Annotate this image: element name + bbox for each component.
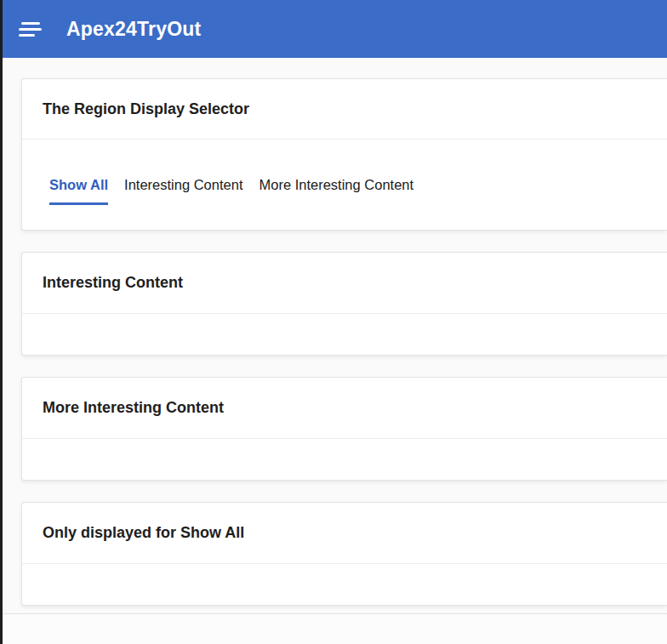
region-more-interesting-content: More Interesting Content [21, 377, 667, 481]
menu-button[interactable] [19, 16, 44, 42]
region-body [22, 314, 667, 355]
region-title: The Region Display Selector [43, 100, 249, 118]
page-content: The Region Display Selector Show All Int… [0, 58, 667, 606]
tab-show-all[interactable]: Show All [49, 177, 108, 205]
page-footer [0, 613, 667, 644]
app-header: Apex24TryOut [0, 0, 667, 58]
region-title-bar: More Interesting Content [22, 378, 667, 439]
tab-more-interesting-content[interactable]: More Interesting Content [259, 177, 413, 205]
region-body [22, 439, 667, 480]
left-edge-strip [0, 0, 3, 644]
region-title-bar: Only displayed for Show All [22, 503, 667, 564]
app-title: Apex24TryOut [66, 18, 201, 41]
region-title: More Interesting Content [43, 399, 224, 417]
tab-list: Show All Interesting Content More Intere… [49, 177, 640, 205]
region-only-show-all: Only displayed for Show All [21, 502, 667, 606]
region-title: Interesting Content [43, 274, 183, 292]
region-display-selector: Show All Interesting Content More Intere… [22, 140, 667, 230]
region-title: Only displayed for Show All [43, 524, 244, 542]
region-interesting-content: Interesting Content [21, 252, 667, 356]
region-body [22, 564, 667, 605]
region-title-bar: The Region Display Selector [22, 79, 667, 140]
region-title-bar: Interesting Content [22, 253, 667, 314]
region-display-selector-card: The Region Display Selector Show All Int… [21, 78, 667, 231]
tab-interesting-content[interactable]: Interesting Content [124, 177, 242, 205]
